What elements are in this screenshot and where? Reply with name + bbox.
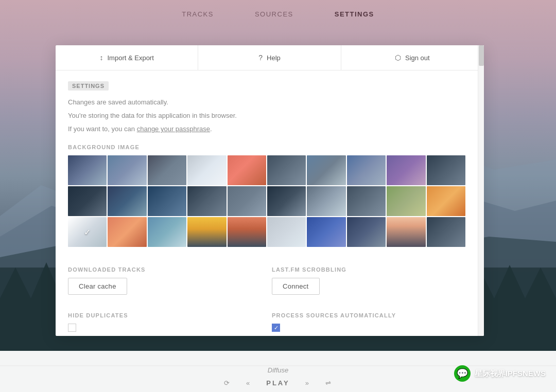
settings-panel: ↕ Import & Export ? Help ⬡ Sign out SETT…: [56, 45, 484, 336]
bg-thumb-3[interactable]: [148, 155, 186, 185]
watermark: 💬 星际视界IPFSNEWS: [454, 365, 546, 382]
scrollbar-thumb[interactable]: [479, 45, 484, 66]
bg-thumb-20[interactable]: [427, 186, 465, 216]
settings-row-duplicates-process: HIDE DUPLICATES PROCESS SOURCES AUTOMATI…: [68, 303, 465, 332]
wechat-icon: 💬: [454, 365, 471, 382]
bg-thumb-21[interactable]: [108, 217, 146, 247]
tab-import-export-label: Import & Export: [108, 54, 154, 62]
bg-thumb-28[interactable]: [387, 217, 425, 247]
settings-badge: SETTINGS: [68, 81, 109, 91]
nav-settings[interactable]: SETTINGS: [335, 10, 374, 18]
bg-thumb-12[interactable]: [108, 186, 146, 216]
lastfm-label: LAST.FM SCROBBLING: [272, 266, 465, 273]
tab-help-label: Help: [267, 54, 281, 62]
bg-thumb-22[interactable]: [148, 217, 186, 247]
repeat-button[interactable]: ⟳: [224, 379, 231, 387]
bg-thumb-selected[interactable]: [68, 217, 107, 247]
change-passphrase-link[interactable]: change your passphrase: [137, 125, 210, 133]
description-suffix: .: [210, 125, 212, 133]
hide-duplicates-wrapper: [68, 324, 262, 332]
play-button[interactable]: PLAY: [266, 379, 289, 387]
description-line3: If you want to, you can change your pass…: [68, 123, 465, 135]
bg-thumb-30[interactable]: [427, 217, 465, 247]
bg-thumb-25[interactable]: [267, 217, 306, 247]
bg-thumb-9[interactable]: [387, 155, 425, 185]
scrollbar[interactable]: [478, 45, 484, 336]
bg-thumb-19[interactable]: [387, 186, 425, 216]
watermark-text: 星际视界IPFSNEWS: [475, 369, 546, 379]
top-navigation: TRACKS SOURCES SETTINGS: [0, 0, 556, 28]
bg-thumb-2[interactable]: [108, 155, 146, 185]
description-line2: You're storing the data for this applica…: [68, 110, 465, 121]
bg-thumb-6[interactable]: [267, 155, 306, 185]
sign-out-icon: ⬡: [395, 54, 401, 62]
tab-help[interactable]: ? Help: [198, 45, 341, 70]
panel-content[interactable]: SETTINGS Changes are saved automatically…: [56, 70, 484, 336]
process-sources-label: PROCESS SOURCES AUTOMATICALLY: [272, 312, 465, 318]
bg-thumb-7[interactable]: [307, 155, 345, 185]
bg-thumb-11[interactable]: [68, 186, 107, 216]
hide-duplicates-checkbox[interactable]: [68, 324, 76, 332]
bg-thumb-26[interactable]: [307, 217, 345, 247]
app-name: Diffuse: [268, 366, 288, 374]
hide-duplicates-col: HIDE DUPLICATES: [68, 303, 262, 332]
background-image-grid: [68, 155, 465, 247]
panel-tabs: ↕ Import & Export ? Help ⬡ Sign out: [56, 45, 484, 70]
nav-sources[interactable]: SOURCES: [255, 10, 293, 18]
bg-thumb-27[interactable]: [347, 217, 386, 247]
bg-thumb-23[interactable]: [187, 217, 226, 247]
bg-thumb-8[interactable]: [347, 155, 386, 185]
bg-thumb-1[interactable]: [68, 155, 107, 185]
bg-thumb-15[interactable]: [228, 186, 266, 216]
description-line1: Changes are saved automatically.: [68, 97, 465, 108]
description-prefix: If you want to, you can: [68, 125, 137, 133]
bg-thumb-4[interactable]: [187, 155, 226, 185]
hide-duplicates-label: HIDE DUPLICATES: [68, 312, 262, 318]
bg-thumb-17[interactable]: [307, 186, 345, 216]
process-sources-wrapper: [272, 324, 465, 332]
bg-thumb-13[interactable]: [148, 186, 186, 216]
rewind-button[interactable]: «: [246, 379, 251, 387]
forward-button[interactable]: »: [305, 379, 310, 387]
tab-sign-out[interactable]: ⬡ Sign out: [341, 45, 484, 70]
lastfm-col: LAST.FM SCROBBLING Connect: [272, 257, 465, 295]
tab-import-export[interactable]: ↕ Import & Export: [56, 45, 198, 70]
bg-thumb-18[interactable]: [347, 186, 386, 216]
downloaded-tracks-col: DOWNLOADED TRACKS Clear cache: [68, 257, 262, 295]
import-export-icon: ↕: [100, 54, 103, 62]
bg-thumb-24[interactable]: [228, 217, 266, 247]
bg-thumb-16[interactable]: [267, 186, 306, 216]
bg-image-label: BACKGROUND IMAGE: [68, 144, 465, 150]
process-sources-checkbox[interactable]: [272, 324, 280, 332]
bg-thumb-5[interactable]: [228, 155, 266, 185]
settings-row-tracks-lastfm: DOWNLOADED TRACKS Clear cache LAST.FM SC…: [68, 257, 465, 295]
process-sources-col: PROCESS SOURCES AUTOMATICALLY: [272, 303, 465, 332]
bg-thumb-10[interactable]: [427, 155, 465, 185]
tab-sign-out-label: Sign out: [405, 54, 430, 62]
nav-tracks[interactable]: TRACKS: [182, 10, 214, 18]
downloaded-tracks-label: DOWNLOADED TRACKS: [68, 266, 262, 273]
clear-cache-button[interactable]: Clear cache: [68, 278, 127, 295]
shuffle-button[interactable]: ⇌: [325, 379, 332, 387]
bg-thumb-14[interactable]: [187, 186, 226, 216]
connect-button[interactable]: Connect: [272, 278, 320, 295]
help-icon: ?: [258, 54, 263, 62]
